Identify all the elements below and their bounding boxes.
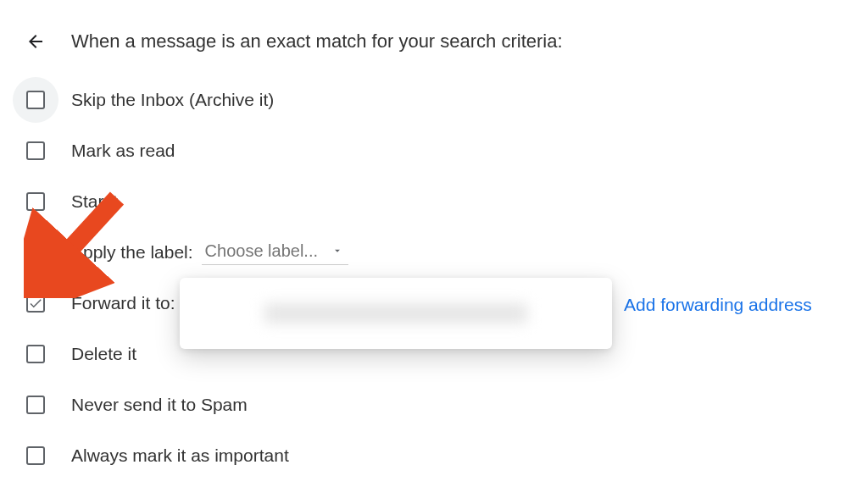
checkbox-mark-important[interactable] — [26, 446, 45, 465]
label-never-spam: Never send it to Spam — [71, 395, 248, 415]
option-mark-important: Always mark it as important — [25, 430, 868, 481]
label-star: Star it — [71, 191, 118, 212]
label-forward: Forward it to: — [71, 293, 175, 313]
forward-address-dropdown[interactable] — [180, 278, 612, 349]
label-skip-inbox: Skip the Inbox (Archive it) — [71, 90, 274, 110]
header-row: When a message is an exact match for you… — [0, 0, 868, 53]
chevron-down-icon — [331, 241, 343, 261]
label-mark-important: Always mark it as important — [71, 445, 289, 466]
label-select-placeholder: Choose label... — [205, 241, 318, 261]
filter-options-list: Skip the Inbox (Archive it) Mark as read… — [0, 53, 868, 481]
arrow-left-icon — [25, 31, 46, 52]
checkbox-never-spam[interactable] — [26, 396, 45, 414]
checkbox-apply-label[interactable] — [26, 243, 45, 262]
option-apply-label: Apply the label: Choose label... — [25, 227, 868, 278]
add-forwarding-address-link[interactable]: Add forwarding address — [624, 295, 812, 315]
header-title: When a message is an exact match for you… — [71, 30, 563, 53]
option-mark-read: Mark as read — [25, 125, 868, 176]
label-select[interactable]: Choose label... — [202, 240, 348, 265]
checkbox-mark-read[interactable] — [26, 141, 45, 160]
redacted-address — [264, 303, 527, 324]
back-button[interactable] — [25, 31, 46, 52]
checkbox-star[interactable] — [26, 192, 45, 211]
checkbox-skip-inbox[interactable] — [26, 91, 45, 109]
label-delete: Delete it — [71, 344, 136, 364]
checkbox-delete[interactable] — [26, 345, 45, 363]
label-mark-read: Mark as read — [71, 141, 175, 161]
option-never-spam: Never send it to Spam — [25, 379, 868, 430]
label-apply-label: Apply the label: — [71, 242, 193, 263]
checkbox-forward[interactable] — [26, 294, 45, 313]
option-skip-inbox: Skip the Inbox (Archive it) — [25, 75, 868, 125]
option-star: Star it — [25, 176, 868, 227]
